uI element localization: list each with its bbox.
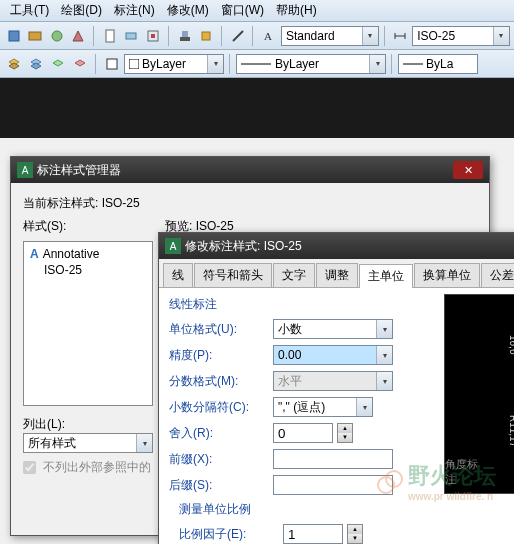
menu-window[interactable]: 窗口(W) (215, 0, 270, 21)
toolbar-separator (221, 26, 223, 46)
close-button[interactable]: ✕ (453, 161, 483, 179)
tool-icon-2[interactable] (26, 26, 46, 46)
svg-rect-7 (151, 34, 155, 38)
dialog-titlebar[interactable]: A 修改标注样式: ISO-25 (159, 233, 514, 259)
tool-icon-6[interactable] (122, 26, 142, 46)
dropdown-arrow-icon[interactable] (136, 434, 152, 452)
lineweight-value: ByLa (426, 57, 453, 71)
dropdown-arrow-icon[interactable] (376, 320, 392, 338)
spinner-buttons[interactable]: ▲▼ (337, 423, 353, 443)
separator-combo[interactable]: "," (逗点) (273, 397, 373, 417)
tab-strip: 线 符号和箭头 文字 调整 主单位 换算单位 公差 (159, 259, 514, 288)
layer-icon-4[interactable] (70, 54, 90, 74)
dropdown-arrow-icon[interactable] (493, 27, 509, 45)
drawing-area[interactable] (0, 78, 514, 138)
list-item[interactable]: AAnnotative (28, 246, 148, 262)
toolbar-separator (229, 54, 231, 74)
dim-style-dropdown[interactable]: ISO-25 (412, 26, 510, 46)
unit-format-combo[interactable]: 小数 (273, 319, 393, 339)
lineweight-dropdown[interactable]: ByLa (398, 54, 478, 74)
xref-checkbox (23, 461, 36, 474)
current-style-label: 当前标注样式: ISO-25 (23, 195, 477, 212)
svg-marker-17 (9, 63, 19, 69)
menu-dim[interactable]: 标注(N) (108, 0, 161, 21)
round-label: 舍入(R): (169, 425, 269, 442)
svg-rect-10 (202, 32, 210, 40)
scale-factor-label: 比例因子(E): (179, 526, 279, 543)
color-icon[interactable] (102, 54, 122, 74)
menu-modify[interactable]: 修改(M) (161, 0, 215, 21)
dim-style-icon[interactable] (391, 26, 411, 46)
separator-label: 小数分隔符(C): (169, 399, 269, 416)
dropdown-arrow-icon[interactable] (356, 398, 372, 416)
prefix-label: 前缀(X): (169, 451, 269, 468)
dim-preview: 16,6 R11,17 角度标注 (444, 294, 514, 494)
toolbar-separator (95, 54, 97, 74)
tool-icon-5[interactable] (100, 26, 120, 46)
linetype-dropdown[interactable]: ByLayer (236, 54, 386, 74)
suffix-input[interactable] (273, 475, 393, 495)
svg-rect-23 (129, 59, 139, 69)
tab-primary-units[interactable]: 主单位 (359, 264, 413, 288)
tool-icon-9[interactable] (196, 26, 216, 46)
svg-marker-3 (73, 31, 83, 41)
tab-symbols[interactable]: 符号和箭头 (194, 263, 272, 287)
scale-factor-input[interactable] (283, 524, 343, 544)
svg-rect-9 (182, 31, 188, 37)
svg-rect-8 (180, 37, 190, 41)
tool-icon-4[interactable] (69, 26, 89, 46)
tab-line[interactable]: 线 (163, 263, 193, 287)
menu-tools[interactable]: 工具(T) (4, 0, 55, 21)
layer-icon-1[interactable] (4, 54, 24, 74)
svg-rect-0 (9, 31, 19, 41)
dropdown-arrow-icon[interactable] (369, 55, 385, 73)
list-item[interactable]: ISO-25 (28, 262, 148, 278)
tool-icon-7[interactable] (143, 26, 163, 46)
prefix-input[interactable] (273, 449, 393, 469)
xref-checkbox-label: 不列出外部参照中的 (43, 460, 151, 474)
tool-icon-3[interactable] (47, 26, 67, 46)
app-icon: A (17, 162, 33, 178)
precision-label: 精度(P): (169, 347, 269, 364)
styles-listbox[interactable]: AAnnotative ISO-25 (23, 241, 153, 406)
menu-draw[interactable]: 绘图(D) (55, 0, 108, 21)
tab-alt-units[interactable]: 换算单位 (414, 263, 480, 287)
svg-rect-22 (107, 59, 117, 69)
dialog-title: 标注样式管理器 (37, 162, 121, 179)
round-input[interactable] (273, 423, 333, 443)
precision-combo[interactable]: 0.00 (273, 345, 393, 365)
tab-text[interactable]: 文字 (273, 263, 315, 287)
styles-label: 样式(S): (23, 218, 153, 235)
svg-point-2 (52, 31, 62, 41)
layer-icon-3[interactable] (48, 54, 68, 74)
menu-help[interactable]: 帮助(H) (270, 0, 323, 21)
toolbar-separator (252, 26, 254, 46)
tool-icon-10[interactable] (228, 26, 248, 46)
text-style-dropdown[interactable]: Standard (281, 26, 379, 46)
linetype-value: ByLayer (275, 57, 319, 71)
toolbar-row-1: A Standard ISO-25 (0, 22, 514, 50)
dropdown-arrow-icon[interactable] (376, 346, 392, 364)
dim-style-value: ISO-25 (417, 29, 455, 43)
toolbar-separator (384, 26, 386, 46)
toolbar-separator (93, 26, 95, 46)
color-dropdown[interactable]: ByLayer (124, 54, 224, 74)
preview-footer: 角度标注 (445, 457, 487, 487)
text-style-icon[interactable]: A (259, 26, 279, 46)
toolbar-separator (168, 26, 170, 46)
tool-icon-8[interactable] (175, 26, 195, 46)
dropdown-arrow-icon[interactable] (207, 55, 223, 73)
list-label: 列出(L): (23, 416, 153, 433)
dropdown-arrow-icon[interactable] (362, 27, 378, 45)
tool-icon-1[interactable] (4, 26, 24, 46)
layer-icon-2[interactable] (26, 54, 46, 74)
unit-format-label: 单位格式(U): (169, 321, 269, 338)
svg-marker-21 (75, 60, 85, 66)
list-filter-combo[interactable]: 所有样式 (23, 433, 153, 453)
tab-fit[interactable]: 调整 (316, 263, 358, 287)
color-value: ByLayer (142, 57, 186, 71)
dialog-titlebar[interactable]: A 标注样式管理器 ✕ (11, 157, 489, 183)
tab-tolerance[interactable]: 公差 (481, 263, 514, 287)
dialog-title: 修改标注样式: ISO-25 (185, 238, 302, 255)
spinner-buttons[interactable]: ▲▼ (347, 524, 363, 544)
